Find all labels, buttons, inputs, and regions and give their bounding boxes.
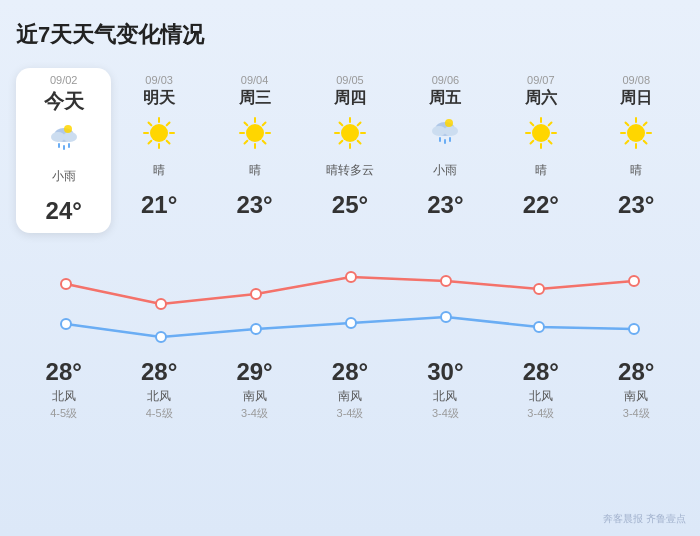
weather-desc: 晴 bbox=[249, 155, 261, 185]
weather-icon-sun bbox=[523, 115, 559, 151]
date-label: 09/08 bbox=[622, 74, 650, 86]
wind-dir: 北风 bbox=[147, 388, 171, 405]
weather-desc: 小雨 bbox=[433, 155, 457, 185]
date-label: 09/02 bbox=[50, 74, 78, 86]
svg-line-46 bbox=[530, 123, 533, 126]
svg-point-6 bbox=[64, 125, 72, 133]
svg-line-58 bbox=[626, 141, 629, 144]
day-col-1: 09/03明天 晴21° bbox=[111, 68, 206, 233]
weather-desc: 小雨 bbox=[52, 161, 76, 191]
low-temp: 28° bbox=[332, 358, 368, 386]
day-name: 周五 bbox=[429, 88, 461, 109]
high-temp: 24° bbox=[46, 197, 82, 225]
wind-level: 3-4级 bbox=[623, 406, 650, 421]
svg-point-71 bbox=[534, 322, 544, 332]
high-temp: 23° bbox=[427, 191, 463, 219]
svg-point-25 bbox=[341, 124, 359, 142]
page-title: 近7天天气变化情况 bbox=[16, 20, 684, 50]
svg-line-33 bbox=[339, 141, 342, 144]
svg-point-70 bbox=[441, 312, 451, 322]
weather-grid: 09/02今天 小雨24°09/03明天 晴21°09/04周三 bbox=[16, 68, 684, 233]
bottom-col-3: 28°南风3-4级 bbox=[302, 358, 397, 421]
svg-line-57 bbox=[644, 123, 647, 126]
svg-point-16 bbox=[246, 124, 264, 142]
day-col-2: 09/04周三 晴23° bbox=[207, 68, 302, 233]
svg-line-49 bbox=[530, 141, 533, 144]
low-temp: 28° bbox=[46, 358, 82, 386]
svg-rect-39 bbox=[449, 137, 451, 142]
svg-rect-38 bbox=[444, 139, 446, 144]
date-label: 09/04 bbox=[241, 74, 269, 86]
day-col-3: 09/05周四 晴转多云25° bbox=[302, 68, 397, 233]
wind-level: 3-4级 bbox=[337, 406, 364, 421]
day-col-5: 09/07周六 晴22° bbox=[493, 68, 588, 233]
svg-point-7 bbox=[150, 124, 168, 142]
temperature-chart bbox=[16, 239, 684, 354]
weather-icon-sun bbox=[141, 115, 177, 151]
svg-point-65 bbox=[629, 276, 639, 286]
svg-line-23 bbox=[262, 123, 265, 126]
high-temp: 21° bbox=[141, 191, 177, 219]
day-col-0: 09/02今天 小雨24° bbox=[16, 68, 111, 233]
day-name: 明天 bbox=[143, 88, 175, 109]
date-label: 09/05 bbox=[336, 74, 364, 86]
svg-point-35 bbox=[432, 126, 446, 136]
svg-line-22 bbox=[262, 141, 265, 144]
wind-dir: 南风 bbox=[624, 388, 648, 405]
weather-icon-cloud-rain bbox=[427, 115, 463, 151]
wind-dir: 北风 bbox=[52, 388, 76, 405]
svg-line-24 bbox=[244, 141, 247, 144]
date-label: 09/03 bbox=[145, 74, 173, 86]
wind-dir: 北风 bbox=[433, 388, 457, 405]
wind-dir: 北风 bbox=[529, 388, 553, 405]
day-col-6: 09/08周日 晴23° bbox=[589, 68, 684, 233]
low-temp: 29° bbox=[236, 358, 272, 386]
high-temp: 23° bbox=[236, 191, 272, 219]
bottom-col-6: 28°南风3-4级 bbox=[589, 358, 684, 421]
day-name: 周三 bbox=[239, 88, 271, 109]
date-label: 09/07 bbox=[527, 74, 555, 86]
svg-rect-3 bbox=[58, 143, 60, 148]
day-name: 周四 bbox=[334, 88, 366, 109]
weather-icon-sun bbox=[618, 115, 654, 151]
bottom-col-5: 28°北风3-4级 bbox=[493, 358, 588, 421]
day-col-4: 09/06周五 小雨23° bbox=[398, 68, 493, 233]
high-temp: 23° bbox=[618, 191, 654, 219]
svg-rect-5 bbox=[68, 143, 70, 148]
day-name: 今天 bbox=[44, 88, 84, 115]
weather-desc: 晴 bbox=[535, 155, 547, 185]
weather-icon-cloud-rain bbox=[46, 121, 82, 157]
weather-icon-sun bbox=[332, 115, 368, 151]
svg-line-14 bbox=[167, 123, 170, 126]
svg-point-62 bbox=[346, 272, 356, 282]
svg-line-56 bbox=[644, 141, 647, 144]
svg-rect-37 bbox=[439, 137, 441, 142]
svg-line-30 bbox=[339, 123, 342, 126]
svg-point-36 bbox=[444, 126, 458, 136]
bottom-col-4: 30°北风3-4级 bbox=[398, 358, 493, 421]
svg-point-50 bbox=[627, 124, 645, 142]
svg-point-68 bbox=[251, 324, 261, 334]
bottom-col-2: 29°南风3-4级 bbox=[207, 358, 302, 421]
svg-point-66 bbox=[61, 319, 71, 329]
svg-point-64 bbox=[534, 284, 544, 294]
wind-level: 3-4级 bbox=[241, 406, 268, 421]
svg-line-48 bbox=[549, 123, 552, 126]
wind-dir: 南风 bbox=[243, 388, 267, 405]
wind-level: 3-4级 bbox=[432, 406, 459, 421]
svg-line-21 bbox=[244, 123, 247, 126]
wind-level: 4-5级 bbox=[50, 406, 77, 421]
svg-line-15 bbox=[149, 141, 152, 144]
svg-point-1 bbox=[51, 132, 65, 142]
svg-point-72 bbox=[629, 324, 639, 334]
bottom-col-0: 28°北风4-5级 bbox=[16, 358, 111, 421]
svg-point-63 bbox=[441, 276, 451, 286]
watermark: 奔客晨报 齐鲁壹点 bbox=[603, 512, 686, 526]
wind-dir: 南风 bbox=[338, 388, 362, 405]
bottom-col-1: 28°北风4-5级 bbox=[111, 358, 206, 421]
svg-rect-4 bbox=[63, 145, 65, 150]
weather-desc: 晴转多云 bbox=[326, 155, 374, 185]
svg-line-31 bbox=[358, 141, 361, 144]
svg-line-12 bbox=[149, 123, 152, 126]
day-name: 周六 bbox=[525, 88, 557, 109]
